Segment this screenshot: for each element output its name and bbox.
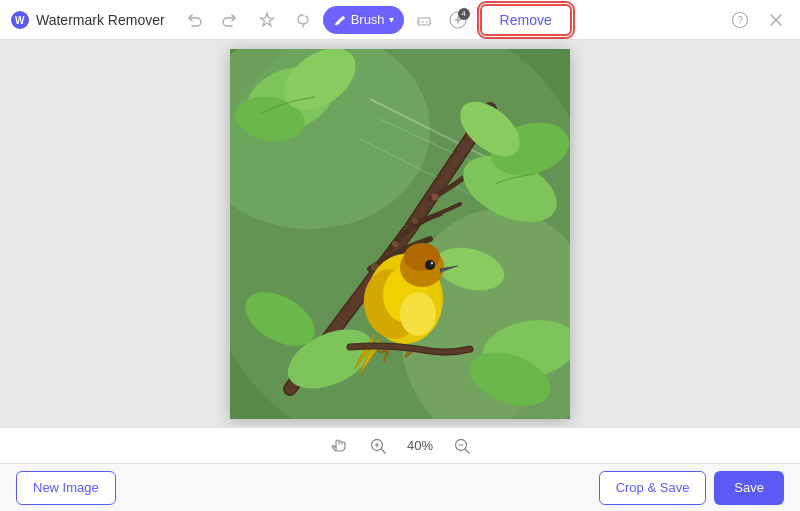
app-logo-icon: W [10, 10, 30, 30]
toolbar-tools: Brush ▾ [251, 6, 440, 34]
close-button[interactable] [762, 6, 790, 34]
crop-save-label: Crop & Save [616, 480, 690, 495]
svg-point-36 [431, 262, 433, 264]
svg-point-14 [392, 241, 398, 247]
save-button[interactable]: Save [714, 471, 784, 505]
undo-button[interactable] [181, 6, 209, 34]
bottom-bar: New Image Crop & Save Save [0, 463, 800, 511]
zoom-level: 40% [400, 438, 440, 453]
svg-text:?: ? [738, 15, 744, 26]
remove-label: Remove [500, 12, 552, 28]
eraser-tool-button[interactable] [408, 6, 440, 34]
new-image-label: New Image [33, 480, 99, 495]
zoom-out-button[interactable] [450, 434, 474, 458]
redo-button[interactable] [215, 6, 243, 34]
brush-tool-button[interactable]: Brush ▾ [323, 6, 404, 34]
svg-text:W: W [15, 15, 25, 26]
new-image-button[interactable]: New Image [16, 471, 116, 505]
svg-point-31 [400, 292, 436, 336]
notification-badge-count: 4 [458, 8, 470, 20]
selection-tool-button[interactable] [251, 6, 283, 34]
window-controls: ? [726, 6, 790, 34]
zoom-bar: 40% [0, 427, 800, 463]
app-title: Watermark Remover [36, 12, 165, 28]
remove-button[interactable]: Remove [480, 4, 572, 36]
help-button[interactable]: ? [726, 6, 754, 34]
notification-area[interactable]: 4 [444, 6, 472, 34]
brush-chevron-icon: ▾ [389, 14, 394, 25]
canvas-area [0, 40, 800, 427]
lasso-tool-button[interactable] [287, 6, 319, 34]
crop-save-button[interactable]: Crop & Save [599, 471, 707, 505]
image-container [230, 49, 570, 419]
brush-label: Brush [351, 12, 385, 27]
main-image [230, 49, 570, 419]
svg-point-15 [412, 218, 418, 224]
hand-tool-button[interactable] [326, 434, 350, 458]
svg-point-16 [432, 193, 439, 200]
toolbar-history [181, 6, 243, 34]
save-label: Save [734, 480, 764, 495]
zoom-in-button[interactable] [366, 434, 390, 458]
title-bar: W Watermark Remover [0, 0, 800, 40]
